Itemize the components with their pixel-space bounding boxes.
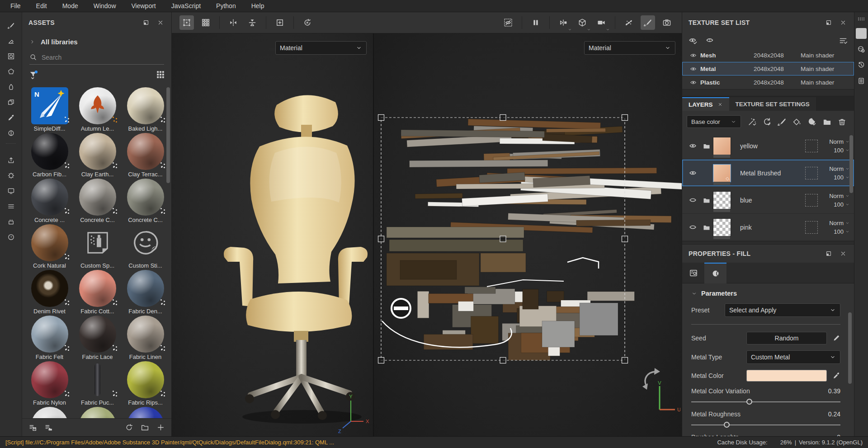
particle-brush-button[interactable]	[622, 15, 636, 30]
opacity-dropdown[interactable]: 100	[834, 228, 849, 235]
asset-cork-natural[interactable]: Cork Natural	[27, 224, 72, 270]
solo-visibility-button[interactable]: 1	[706, 36, 715, 45]
menu-python[interactable]: Python	[208, 0, 244, 12]
layer-blue[interactable]: blueNorm100	[682, 187, 854, 214]
slider-track[interactable]	[691, 401, 840, 402]
add-effect-button[interactable]	[807, 117, 817, 127]
preset-dropdown[interactable]: Select and Apply	[725, 303, 840, 317]
menu-window[interactable]: Window	[86, 0, 124, 12]
tool-clone[interactable]	[4, 95, 18, 109]
asset-fabric-den[interactable]: Fabric Den...	[123, 270, 168, 316]
refresh-assets-button[interactable]	[125, 423, 133, 432]
dock-shader-settings-button[interactable]	[856, 44, 867, 55]
mirror-vertical-button[interactable]	[245, 15, 259, 30]
search-input[interactable]	[42, 54, 164, 61]
isolate-selection-button[interactable]	[501, 15, 515, 30]
add-paint-layer-button[interactable]	[777, 117, 787, 127]
close-panel-button[interactable]	[839, 249, 848, 258]
asset-clay-terrac[interactable]: Clay Terrac...	[123, 133, 168, 179]
tab-layers[interactable]: LAYERS	[682, 97, 729, 111]
layer-pink[interactable]: pinkNorm100	[682, 214, 854, 241]
add-frame-button[interactable]	[273, 15, 287, 30]
add-fill-layer-button[interactable]	[792, 117, 802, 127]
properties-scrollbar[interactable]	[848, 312, 852, 384]
asset-baked-ligh[interactable]: Baked Ligh...	[123, 87, 168, 133]
layer-thumbnail[interactable]	[713, 191, 731, 209]
close-panel-button[interactable]	[156, 18, 165, 27]
dock-display-settings-button[interactable]	[856, 28, 867, 39]
add-asset-button[interactable]	[156, 423, 165, 432]
texture-set-plastic[interactable]: Plastic2048x2048Main shader	[682, 75, 854, 89]
blend-mode-dropdown[interactable]: Norm	[829, 220, 849, 226]
material-mode-dropdown-2d[interactable]: Material	[584, 41, 675, 55]
asset-fabric-rips[interactable]: Fabric Rips...	[123, 361, 168, 407]
layer-mask-slot[interactable]	[805, 221, 818, 234]
layers-scrollbar[interactable]	[849, 135, 853, 193]
toggle-all-visibility-button[interactable]	[689, 36, 698, 45]
asset-clay-earth[interactable]: Clay Earth...	[75, 133, 120, 179]
assets-breadcrumb[interactable]: All libraries	[22, 33, 171, 50]
transform-handle[interactable]	[500, 358, 506, 363]
layer-mask-slot[interactable]	[805, 140, 818, 152]
asset-fabric-lace[interactable]: Fabric Lace	[75, 316, 120, 361]
slider-knob[interactable]	[724, 422, 730, 428]
asset-autumn-le[interactable]: Autumn Le...	[75, 87, 120, 133]
filter-funnel-button[interactable]	[28, 70, 38, 80]
layer-thumbnail[interactable]	[713, 218, 731, 236]
menu-javascript[interactable]: JavaScript	[164, 0, 208, 12]
camera-view-button[interactable]	[594, 15, 609, 30]
transform-handle[interactable]	[500, 115, 506, 121]
blend-mode-dropdown[interactable]: Norm	[829, 138, 849, 145]
asset-concrete-c[interactable]: Concrete C...	[123, 179, 168, 224]
tool-dropper[interactable]	[4, 111, 18, 124]
metal-type-dropdown[interactable]: Custom Metal	[746, 350, 840, 364]
layer-thumbnail[interactable]	[713, 137, 731, 155]
dock-log-button[interactable]	[856, 75, 867, 86]
slider-track[interactable]	[691, 424, 840, 425]
asset-fabric-cott[interactable]: Fabric Cott...	[75, 270, 120, 316]
tool-display[interactable]	[4, 184, 18, 198]
delete-layer-button[interactable]	[837, 117, 847, 127]
render-view-mode-button[interactable]	[556, 15, 571, 30]
visibility-toggle[interactable]	[686, 79, 700, 86]
transform-handle[interactable]	[378, 115, 384, 121]
uv-tile-view-button[interactable]	[198, 15, 213, 30]
tool-polygon-fill[interactable]	[4, 65, 18, 78]
asset-simplediff[interactable]: NSimpleDiff...	[27, 87, 72, 133]
transform-manipulator-button[interactable]	[179, 15, 194, 30]
tool-bake[interactable]	[4, 169, 18, 182]
viewport-2d[interactable]: Material V U	[374, 33, 682, 436]
script-log-message[interactable]: [Script] file:///C:/Program Files/Adobe/…	[5, 439, 714, 446]
list-view-save-button[interactable]	[28, 423, 37, 432]
menu-viewport[interactable]: Viewport	[124, 0, 164, 12]
opacity-dropdown[interactable]: 100	[834, 147, 849, 154]
tool-help[interactable]: ?	[4, 230, 18, 244]
asset-fabric-felt[interactable]: Fabric Felt	[27, 316, 72, 361]
layer-yellow[interactable]: yellowNorm100	[682, 132, 854, 160]
dock-history-button[interactable]	[856, 60, 867, 71]
asset-custom-sp[interactable]: Custom Sp...	[75, 224, 120, 270]
assets-scrollbar[interactable]	[166, 87, 170, 183]
transform-handle[interactable]	[378, 236, 384, 242]
tab-fill-settings[interactable]	[682, 263, 704, 283]
asset-fabric-linen[interactable]: Fabric Linen	[123, 316, 168, 361]
transform-handle[interactable]	[622, 236, 628, 242]
list-options-button[interactable]	[839, 36, 848, 45]
tab-texture-set-settings[interactable]: TEXTURE SET SETTINGS	[729, 97, 816, 111]
layer-visibility-toggle[interactable]	[685, 142, 700, 150]
tool-plugins[interactable]	[4, 215, 18, 228]
texture-set-mesh[interactable]: Mesh2048x2048Main shader	[682, 48, 854, 62]
layer-metal-brushed[interactable]: Metal BrushedNorm100	[682, 160, 854, 187]
opacity-dropdown[interactable]: 100	[834, 201, 849, 208]
add-smart-material-button[interactable]	[747, 117, 757, 127]
asset-fabric-puc[interactable]: Fabric Puc...	[75, 361, 120, 407]
edit-seed-icon[interactable]	[832, 334, 840, 342]
asset-concrete[interactable]: Concrete ...	[27, 179, 72, 224]
slider-knob[interactable]	[746, 399, 752, 405]
visibility-toggle[interactable]	[686, 52, 700, 59]
asset-partial[interactable]	[27, 407, 72, 418]
transform-handle[interactable]	[500, 236, 506, 242]
tool-smudge[interactable]	[4, 80, 18, 94]
layer-mask-slot[interactable]	[805, 167, 818, 179]
layer-thumbnail[interactable]	[713, 164, 731, 182]
